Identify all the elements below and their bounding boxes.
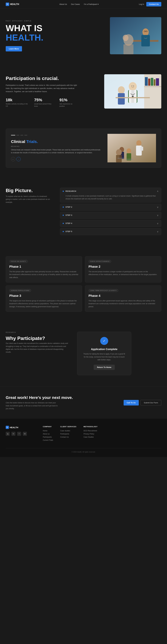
- svg-rect-41: [126, 159, 133, 160]
- submit-form-button[interactable]: Submit Our Form: [140, 400, 161, 406]
- nav-right: Log In Contact Us: [139, 2, 161, 6]
- clinical-photo: [108, 134, 156, 162]
- twitter-icon[interactable]: tw: [23, 432, 27, 436]
- participation-section: Participation is crucial. Participation …: [0, 63, 167, 120]
- participation-content: Participation is crucial. Participation …: [6, 76, 77, 107]
- big-picture-title: Big Picture.: [6, 188, 52, 193]
- phase-3-title: Phase 3: [9, 294, 78, 298]
- footer-logo-icon: S3: [6, 426, 9, 429]
- footer-copyright: © 2024 Health. All rights reserved.: [72, 451, 95, 453]
- footer-link-participants-2[interactable]: Participants: [60, 433, 76, 435]
- chevron-up-icon: ∧: [157, 190, 158, 192]
- learn-more-button[interactable]: Learn More: [6, 46, 22, 52]
- footer-link-trials[interactable]: Current Trials: [43, 439, 53, 441]
- progress-indicators: [11, 135, 102, 136]
- why-title: Why Participate?: [6, 336, 68, 341]
- participation-photo: [104, 74, 161, 108]
- footer-link-home[interactable]: Home: [43, 430, 53, 432]
- accordion-step-1: Research ∧ A small company invents a new…: [60, 188, 161, 202]
- nav-about[interactable]: About Us: [60, 3, 67, 5]
- next-move-inner: Great work! Here's your next move. Click…: [6, 395, 161, 410]
- step-dot-2: [63, 206, 64, 208]
- accordion-header-5[interactable]: Step 5 ∨: [60, 228, 161, 235]
- phase-2-title: Phase 2: [88, 265, 158, 268]
- hero-image: [74, 17, 161, 54]
- accordion-header-3[interactable]: Step 3 ∨: [60, 212, 161, 219]
- login-button[interactable]: Log In: [139, 3, 144, 5]
- accordion-title-5: Step 5: [66, 230, 72, 232]
- phases-section: FOCUS ON SAFETY Phase 1 The first phase …: [0, 248, 167, 320]
- svg-rect-14: [145, 77, 148, 86]
- hero-content: FAST. EFFICIENT. SIMPLE. WHAT IS HEALTH.…: [6, 20, 74, 51]
- svg-point-36: [126, 148, 131, 154]
- footer-col-methodology-links: DCO Recruitment Privacy Policy Case Stud…: [84, 430, 98, 438]
- svg-rect-28: [118, 93, 125, 104]
- svg-rect-16: [151, 78, 153, 86]
- footer-col-company-heading: COMPANY: [43, 426, 53, 428]
- svg-rect-1: [110, 17, 161, 54]
- contact-button[interactable]: Contact Us: [146, 2, 161, 6]
- footer: S3 HEALTH ig in f tw COMPANY Home About …: [0, 418, 167, 457]
- footer-socials: ig in f tw: [6, 432, 34, 436]
- accordion-header-4[interactable]: Step 4 ∨: [60, 220, 161, 227]
- footer-col-services: CLIENT SERVICES Case studies Participant…: [60, 426, 76, 442]
- footer-brand: S3 HEALTH ig in f tw: [6, 426, 34, 442]
- clinical-next-button[interactable]: →: [16, 157, 21, 161]
- phase-3-badge: ACROSS POPULATIONS: [9, 289, 31, 292]
- phase-1-desc: The first phase after approval for trial…: [9, 270, 78, 279]
- step-dot-4: [63, 223, 64, 224]
- clinical-prev-button[interactable]: ←: [11, 157, 15, 161]
- footer-logo: S3 HEALTH: [6, 426, 34, 429]
- svg-point-26: [133, 86, 134, 86]
- checkmark-icon: ✓: [103, 339, 106, 343]
- svg-rect-19: [144, 86, 161, 87]
- big-picture-desc: To explain what we do, here's a timeline…: [6, 195, 52, 204]
- footer-link-contact[interactable]: Contact Us: [60, 436, 76, 438]
- hero-title: WHAT IS HEALTH.: [6, 24, 74, 42]
- footer-link-case-studies-2[interactable]: Case Studies: [84, 436, 98, 438]
- app-complete-desc: Thanks for taking the time to apply. If …: [82, 352, 126, 361]
- meaning-label: MEANING: [11, 146, 102, 147]
- nav-links: About Us Our Cases I'm a Participant ▾: [60, 3, 99, 5]
- chevron-down-icon-5: ∨: [157, 230, 158, 233]
- next-move-left: Great work! Here's your next move. Click…: [6, 395, 73, 410]
- svg-rect-40: [118, 158, 124, 159]
- accordion-header-1[interactable]: Research ∧: [60, 188, 161, 194]
- application-complete-card: ✓ Application Complete Thanks for taking…: [77, 332, 131, 375]
- clinical-image: [108, 134, 156, 162]
- facebook-icon[interactable]: f: [17, 432, 21, 436]
- phase-2-card: CHECK EFFECTIVENESS Phase 2 The second p…: [85, 256, 161, 282]
- logo-icon: S3: [6, 2, 9, 6]
- instagram-icon[interactable]: ig: [6, 432, 10, 436]
- linkedin-icon[interactable]: in: [12, 432, 16, 436]
- stat-studies: 18k Studies actively recruiting in the U…: [6, 98, 29, 107]
- big-picture-left: Big Picture. To explain what we do, here…: [6, 188, 52, 204]
- footer-link-participants[interactable]: Participants: [43, 436, 53, 438]
- accordion-title-1: Research: [66, 190, 76, 192]
- why-left: RESEARCH Why Participate? Our client was…: [6, 332, 68, 354]
- footer-link-privacy[interactable]: Privacy Policy: [84, 433, 98, 435]
- why-inner: RESEARCH Why Participate? Our client was…: [6, 332, 161, 375]
- phase-4-title: Phase 4: [88, 294, 158, 298]
- svg-point-20: [129, 82, 137, 91]
- footer-col-services-heading: CLIENT SERVICES: [60, 426, 76, 428]
- app-complete-title: Application Complete: [82, 348, 126, 351]
- footer-link-case-studies[interactable]: Case studies: [60, 430, 76, 432]
- return-home-button[interactable]: Return To Home: [94, 365, 115, 370]
- check-icon: ✓: [100, 337, 108, 345]
- step-dot-5: [63, 231, 64, 232]
- footer-col-methodology-heading: METHODOLOGY: [84, 426, 98, 428]
- svg-rect-15: [148, 78, 150, 86]
- accordion-header-2[interactable]: Step 2 ∨: [60, 204, 161, 210]
- phases-grid: FOCUS ON SAFETY Phase 1 The first phase …: [6, 256, 161, 312]
- call-to-us-button[interactable]: Call To Us: [124, 400, 139, 406]
- footer-link-about[interactable]: About us: [43, 433, 53, 435]
- footer-col-company: COMPANY Home About us Participants Curre…: [43, 426, 53, 442]
- next-move-desc: Click the button below to discuss how ou…: [6, 401, 60, 410]
- nav-cases[interactable]: Our Cases: [71, 3, 80, 5]
- participation-title: Participation is crucial.: [6, 76, 77, 81]
- footer-link-dco[interactable]: DCO Recruitment: [84, 430, 98, 432]
- big-picture-inner: Big Picture. To explain what we do, here…: [6, 188, 161, 236]
- nav-participant-dropdown[interactable]: I'm a Participant ▾: [84, 3, 99, 5]
- chevron-down-icon-4: ∨: [157, 222, 158, 225]
